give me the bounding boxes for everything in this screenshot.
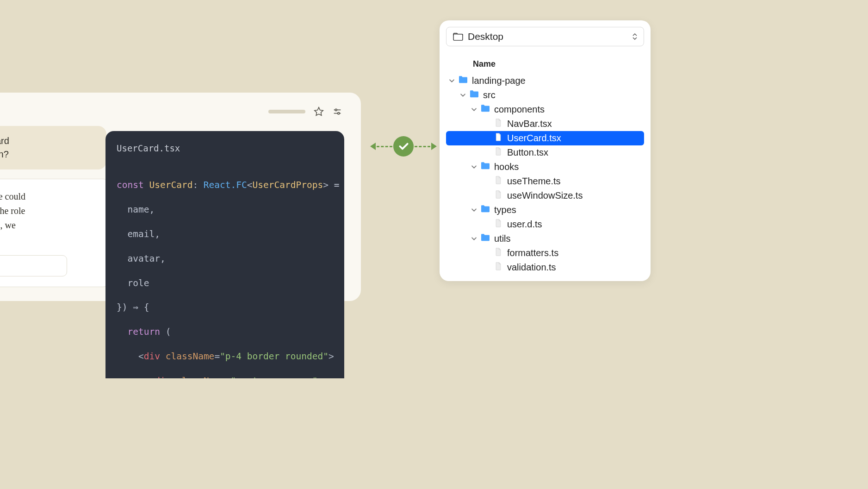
file-icon [493, 119, 503, 129]
tree-item-label: validation.ts [507, 262, 556, 273]
file-row[interactable]: useTheme.ts [446, 174, 644, 188]
arrow-right-icon [431, 143, 437, 150]
star-icon[interactable] [314, 107, 324, 117]
svg-point-4 [338, 113, 340, 114]
file-row[interactable]: NavBar.tsx [446, 117, 644, 131]
code-suggestion-box [0, 255, 67, 276]
svg-rect-5 [453, 34, 463, 41]
tree-item-label: Button.tsx [507, 147, 548, 158]
check-icon [393, 136, 414, 157]
assistant-text: ks solid but we could efinitions for the… [0, 191, 25, 244]
tree-item-label: user.d.ts [507, 219, 542, 230]
tree-item-label: NavBar.tsx [507, 119, 552, 129]
chat-header [0, 107, 342, 126]
user-message: w my UserCard nplementation? [0, 126, 106, 169]
location-label: Desktop [468, 31, 503, 42]
file-icon [493, 219, 503, 230]
folder-icon [469, 90, 479, 100]
code-filename: UserCard.tsx [105, 143, 344, 167]
folder-row[interactable]: src [446, 88, 644, 102]
folder-row[interactable]: utils [446, 232, 644, 246]
tree-item-label: UserCard.tsx [507, 133, 561, 144]
folder-icon [480, 104, 490, 115]
folder-row[interactable]: types [446, 203, 644, 217]
chevron-down-icon[interactable] [471, 164, 477, 169]
folder-icon [458, 75, 468, 86]
file-row[interactable]: user.d.ts [446, 217, 644, 232]
file-row[interactable]: useWindowSize.ts [446, 188, 644, 203]
tree-item-label: hooks [494, 162, 519, 172]
arrow-left-icon [370, 143, 376, 150]
file-icon [493, 147, 503, 158]
chevron-down-icon[interactable] [449, 78, 454, 83]
tree-item-label: formatters.ts [507, 248, 558, 258]
tree-item-label: useWindowSize.ts [507, 190, 583, 201]
file-row[interactable]: Button.tsx [446, 145, 644, 160]
folder-row[interactable]: components [446, 102, 644, 117]
settings-icon[interactable] [332, 107, 342, 117]
code-body: const UserCard: React.FC<UserCardProps> … [105, 167, 344, 378]
file-icon [493, 262, 503, 273]
tree-item-label: useTheme.ts [507, 176, 561, 187]
file-browser: Desktop Name landing-pagesrccomponentsNa… [440, 20, 651, 281]
tree-item-label: components [494, 104, 545, 115]
svg-marker-0 [315, 107, 323, 115]
file-icon [493, 248, 503, 258]
assistant-message: ks solid but we could efinitions for the… [0, 179, 111, 287]
column-header-name[interactable]: Name [446, 46, 644, 74]
file-tree: landing-pagesrccomponentsNavBar.tsxUserC… [446, 74, 644, 275]
folder-icon [480, 162, 490, 172]
folder-icon [480, 233, 490, 244]
tree-item-label: src [483, 90, 496, 100]
chevron-down-icon[interactable] [471, 207, 477, 213]
chevron-updown-icon [632, 33, 637, 40]
chevron-down-icon[interactable] [460, 93, 465, 98]
folder-row[interactable]: hooks [446, 160, 644, 174]
file-row[interactable]: validation.ts [446, 260, 644, 275]
chevron-down-icon[interactable] [471, 236, 477, 241]
sync-indicator [370, 136, 437, 157]
chevron-down-icon[interactable] [471, 107, 477, 112]
code-panel: UserCard.tsx const UserCard: React.FC<Us… [105, 131, 344, 378]
file-row[interactable]: formatters.ts [446, 246, 644, 260]
location-selector[interactable]: Desktop [446, 27, 644, 46]
svg-point-3 [335, 109, 337, 111]
folder-row[interactable]: landing-page [446, 74, 644, 88]
file-row[interactable]: UserCard.tsx [446, 131, 644, 145]
tree-item-label: landing-page [472, 75, 526, 86]
drag-handle [268, 110, 305, 113]
tree-item-label: types [494, 205, 516, 215]
file-icon [493, 190, 503, 201]
folder-icon [480, 205, 490, 215]
file-icon [493, 133, 503, 144]
folder-icon [453, 32, 463, 41]
file-icon [493, 176, 503, 187]
tree-item-label: utils [494, 233, 511, 244]
